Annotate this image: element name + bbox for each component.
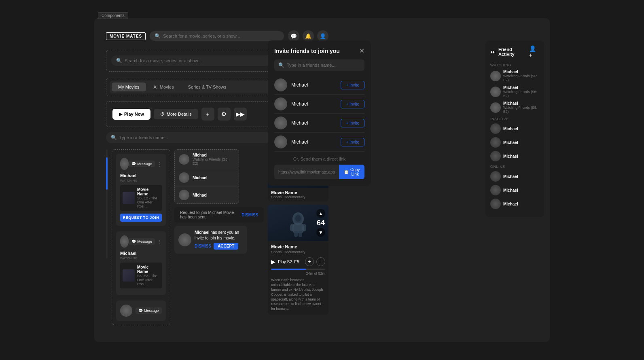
friend-card-panel-1: 💬 Message ⋮ Michael WATCHING Movie Name … xyxy=(112,149,170,325)
svg-rect-13 xyxy=(294,231,298,237)
message-btn-3[interactable]: 💬 Message xyxy=(136,307,162,314)
movie-card-1-info: Movie Name Sports, Documentary xyxy=(268,188,328,201)
add-button[interactable]: + xyxy=(201,108,214,121)
modal-avatar-1 xyxy=(274,78,287,91)
movie-card-2-controls: Movie Name Sports, Documentary ▶ Play S2… xyxy=(268,241,328,315)
link-row: https://www.link.moviemate.app 📋 Copy Li… xyxy=(274,165,364,179)
movie-card-2: ▲ 64 ▼ Movie Name Sports, Documentary ▶ … xyxy=(268,205,328,315)
skip-button[interactable]: ▶▶ xyxy=(234,108,247,121)
msg-icon-1: 💬 xyxy=(131,162,136,166)
chat-icon-btn[interactable]: 💬 xyxy=(288,30,299,42)
more-btn-1[interactable]: ⋮ xyxy=(157,161,162,167)
downvote-btn-2[interactable]: ▼ xyxy=(316,228,325,237)
fl-avatar-2 xyxy=(179,172,189,183)
scroll-track[interactable] xyxy=(106,149,108,258)
profile-icon-btn[interactable]: 👤 xyxy=(317,30,328,42)
progress-bar xyxy=(271,269,325,270)
message-btn-2[interactable]: 💬 Message xyxy=(129,238,155,245)
copy-link-btn[interactable]: 📋 Copy Link xyxy=(339,165,364,179)
logo-badge: MOVIE MATES xyxy=(106,32,146,40)
header-search-input[interactable] xyxy=(163,34,279,38)
secondary-search-bar[interactable]: 🔍 xyxy=(111,55,275,66)
invite-actions: DISMISS ACCEPT xyxy=(195,243,243,250)
invite-card: Michael has sent you an invite to join h… xyxy=(174,226,247,254)
tabs-container: My Movies All Movies Series & TV Shows xyxy=(110,80,283,93)
watching-avatar-2 xyxy=(490,87,501,97)
components-label-outer: Components xyxy=(98,11,128,19)
movie-thumb-2 xyxy=(123,269,135,282)
invite-btn-1[interactable]: + Invite xyxy=(341,81,364,89)
more-details-button[interactable]: ⏱ More Details xyxy=(154,109,198,119)
invite-btn-4[interactable]: + Invite xyxy=(341,138,364,146)
scroll-thumb[interactable] xyxy=(106,157,108,190)
movie-info-2: Movie Name S5, E2 · The One After Ros... xyxy=(120,263,162,288)
modal-search[interactable]: 🔍 xyxy=(274,59,364,71)
request-to-join-btn[interactable]: REQUEST TO JOIN xyxy=(120,214,162,222)
upvote-btn-2[interactable]: ▲ xyxy=(316,209,325,218)
friend-card-2: 💬 Message ⋮ Michael WATCHING Movie Name … xyxy=(116,231,166,295)
fl-info-1: Michael Watching Friends (S5: E2) xyxy=(193,153,235,165)
main-container: Components MOVIE MATES 🔍 💬 🔔 👤 🔍 xyxy=(94,18,550,342)
modal-search-input[interactable] xyxy=(287,63,360,68)
watching-section-label: WATCHING xyxy=(490,63,539,67)
friend-card-3: 💬 Message xyxy=(116,301,166,321)
search-icon-2: 🔍 xyxy=(116,58,122,64)
tab-my-movies[interactable]: My Movies xyxy=(112,83,146,91)
settings-button[interactable]: ⚙ xyxy=(218,108,231,121)
modal-friend-row-1: Michael + Invite xyxy=(274,76,364,95)
forward-icon: ⏭ xyxy=(490,49,496,55)
invite-btn-3[interactable]: + Invite xyxy=(341,119,364,127)
add-to-list-btn[interactable]: + xyxy=(305,257,314,266)
friend-card-2-header: 💬 Message ⋮ xyxy=(120,235,162,248)
plus-icon-4: + xyxy=(346,140,348,144)
clock-icon: ⏱ xyxy=(160,112,165,116)
movie-thumb-1 xyxy=(123,192,135,204)
invite-dismiss-btn[interactable]: DISMISS xyxy=(195,243,211,250)
add-friend-icon[interactable]: 👤+ xyxy=(529,45,539,58)
movie-card-2-img: ▲ 64 ▼ xyxy=(268,205,328,241)
friend-avatar-1 xyxy=(120,158,129,170)
notification-icon-btn[interactable]: 🔔 xyxy=(303,30,314,42)
tabs-section: My Movies All Movies Series & TV Shows xyxy=(106,78,286,96)
watching-item-1: Michael Watching Friends (S5: E2) xyxy=(490,70,539,82)
invite-btn-2[interactable]: + Invite xyxy=(341,100,364,108)
header-row: MOVIE MATES 🔍 💬 🔔 👤 xyxy=(106,30,328,42)
toast-dismiss-btn[interactable]: DISMISS xyxy=(241,213,258,217)
friend-list-item-3: Michael xyxy=(175,186,239,203)
tab-series[interactable]: Series & TV Shows xyxy=(182,83,233,91)
plus-icon-3: + xyxy=(346,121,348,125)
invite-accept-btn[interactable]: ACCEPT xyxy=(214,243,238,250)
modal-friend-row-3: Michael + Invite xyxy=(274,114,364,133)
modal-avatar-2 xyxy=(274,97,287,110)
online-item-2: Michael xyxy=(490,185,539,195)
modal-header: Invite friends to join you ✕ xyxy=(274,47,364,55)
header-search-bar[interactable]: 🔍 xyxy=(150,31,284,41)
online-avatar-3 xyxy=(490,199,501,209)
message-btn-1[interactable]: 💬 Message xyxy=(129,161,155,167)
modal-avatar-3 xyxy=(274,116,287,129)
tab-all-movies[interactable]: All Movies xyxy=(147,83,180,91)
modal-friend-row-2: Michael + Invite xyxy=(274,95,364,114)
watching-avatar-1 xyxy=(490,71,501,81)
msg-icon-3: 💬 xyxy=(138,309,143,313)
header-icons: 💬 🔔 👤 xyxy=(288,30,328,42)
play-btn-small[interactable]: ▶ xyxy=(271,258,275,265)
movie-details-2: Movie Name S5, E2 · The One After Ros... xyxy=(137,265,159,286)
friend-name-1: Michael xyxy=(120,173,162,178)
modal-close-btn[interactable]: ✕ xyxy=(359,47,364,55)
more-options-btn[interactable]: ⋯ xyxy=(316,257,325,266)
friend-name-2: Michael xyxy=(120,251,162,256)
modal-search-icon: 🔍 xyxy=(278,62,284,68)
center-col: Michael Watching Friends (S5: E2) Michae… xyxy=(174,149,264,325)
modal-title: Invite friends to join you xyxy=(274,48,340,54)
secondary-search-input[interactable] xyxy=(125,58,271,63)
plus-icon-2: + xyxy=(346,102,348,106)
online-section-label: ONLINE xyxy=(490,165,539,169)
more-btn-2[interactable]: ⋮ xyxy=(157,238,162,245)
online-item-3: Michael xyxy=(490,199,539,209)
play-now-button[interactable]: ▶ Play Now xyxy=(112,109,150,120)
invite-text: Michael has sent you an invite to join h… xyxy=(195,230,243,241)
inactive-section-label: INACTIVE xyxy=(490,117,539,121)
activity-header: ⏭ Friend Activity 👤+ xyxy=(490,45,539,58)
copy-icon: 📋 xyxy=(344,170,349,174)
